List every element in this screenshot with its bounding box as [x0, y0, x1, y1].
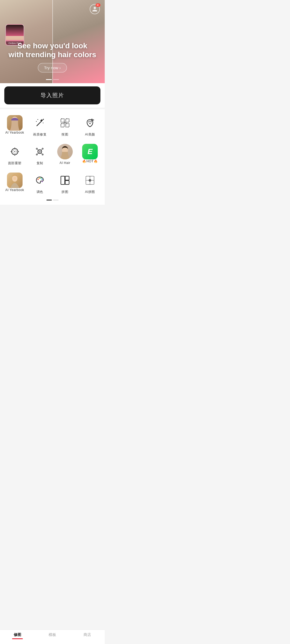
feature-ai-pintu[interactable]: AI AI拼图	[78, 170, 103, 196]
feature-fuzhi[interactable]: 复制	[27, 141, 53, 168]
collage-icon-wrap	[57, 173, 73, 188]
profile-icon-area[interactable]: 9+	[90, 4, 100, 14]
try-now-label: Try now	[44, 65, 58, 70]
svg-point-5	[38, 119, 38, 120]
dot-1[interactable]	[46, 79, 52, 80]
svg-rect-11	[66, 124, 69, 127]
svg-point-7	[43, 123, 44, 123]
bao-tu-label: 抠图	[61, 132, 68, 137]
mianbu-chongsu-label: 面部重塑	[8, 161, 21, 166]
face-reshape-icon	[10, 147, 20, 156]
ai-hair-thumb	[57, 144, 73, 159]
feature-hot[interactable]: E 🔥HOT🔥	[78, 141, 103, 168]
svg-rect-45	[65, 181, 69, 184]
feature-row-1: AI Yearbook 画质修复	[0, 111, 105, 140]
wand-icon-wrap	[32, 115, 48, 131]
wand-icon	[35, 118, 45, 128]
ai-meiliang-label: AI美颜	[85, 132, 95, 137]
feature-row-3: AI Yearbook 调色	[0, 169, 105, 197]
huazhi-xiufu-label: 画质修复	[33, 132, 46, 137]
svg-point-25	[38, 150, 42, 153]
yearbook-2-icon	[7, 173, 23, 188]
svg-point-39	[39, 178, 40, 179]
import-photos-button[interactable]: 导入照片	[4, 86, 100, 104]
svg-point-42	[42, 181, 43, 182]
svg-point-40	[41, 178, 42, 179]
svg-rect-10	[61, 124, 64, 127]
thumb-hair	[6, 25, 24, 36]
try-now-button[interactable]: Try now ›	[38, 63, 67, 72]
svg-point-29	[36, 154, 38, 155]
face-icon-wrap	[7, 144, 23, 159]
grid-dot-2[interactable]	[53, 200, 59, 200]
svg-point-14	[92, 119, 93, 121]
hot-letter: E	[88, 147, 93, 156]
fuzhi-label: 复制	[37, 161, 43, 166]
svg-line-32	[41, 149, 42, 150]
feature-ai-meiliang[interactable]: AI AI美颜	[78, 112, 103, 139]
svg-line-17	[92, 121, 92, 121]
user-icon	[92, 6, 98, 12]
svg-point-26	[39, 151, 41, 152]
bottom-spacer	[0, 205, 105, 226]
feature-grid-container: AI Yearbook 画质修复	[0, 109, 105, 205]
profile-button[interactable]: 9+	[90, 4, 100, 14]
ai-hair-icon	[57, 144, 73, 159]
yearbook-person-icon	[7, 115, 23, 131]
beauty-icon-wrap: AI	[82, 115, 98, 131]
dot-2[interactable]	[53, 79, 59, 80]
hero-banner: Ombre Pink 9+ See how you'd lookwith tre…	[0, 0, 105, 83]
svg-line-31	[38, 149, 38, 150]
hot-icon-wrap: E	[82, 144, 98, 159]
svg-line-16	[92, 119, 92, 119]
arrow-icon: ›	[59, 65, 61, 70]
svg-rect-44	[65, 176, 69, 180]
svg-point-30	[42, 154, 44, 155]
collage-icon	[60, 175, 70, 185]
svg-point-24	[14, 151, 15, 152]
svg-rect-43	[61, 176, 64, 185]
feature-row-2: 面部重塑 复制	[0, 140, 105, 169]
svg-text:AI: AI	[89, 180, 91, 181]
yearbook-thumb-1	[7, 115, 23, 131]
svg-point-28	[42, 148, 44, 149]
yearbook-1-label: AI Yearbook	[5, 131, 24, 134]
palette-icon-wrap	[32, 173, 48, 188]
yearbook-thumb-2	[7, 173, 23, 188]
beauty-icon: AI	[85, 118, 95, 128]
notification-badge: 9+	[96, 3, 100, 7]
svg-line-2	[37, 121, 42, 126]
feature-ai-hair[interactable]: AI Hair	[52, 141, 78, 168]
svg-text:AI: AI	[64, 121, 66, 124]
svg-line-34	[41, 153, 42, 154]
ai-hair-label: AI Hair	[60, 161, 70, 165]
grid-dot-1[interactable]	[46, 200, 52, 200]
svg-point-27	[36, 148, 38, 149]
ai-pintu-label: AI拼图	[85, 190, 95, 194]
feature-bao-tu[interactable]: AI 抠图	[52, 112, 78, 139]
feature-pintu[interactable]: 拼图	[52, 170, 78, 196]
feature-ai-yearbook-2[interactable]: AI Yearbook	[2, 170, 27, 196]
feature-tiaose[interactable]: 调色	[27, 170, 53, 196]
grid-dots	[0, 197, 105, 202]
hero-dots	[0, 79, 105, 80]
ai-collage-icon: AI	[85, 175, 95, 185]
clone-icon	[35, 147, 45, 156]
pintu-label: 拼图	[61, 190, 68, 194]
svg-point-6	[36, 121, 37, 122]
ai-collage-icon-wrap: AI	[82, 173, 98, 188]
feature-ai-yearbook-1[interactable]: AI Yearbook	[2, 112, 27, 139]
cutout-icon: AI	[60, 118, 70, 128]
import-btn-container: 导入照片	[0, 83, 105, 108]
feature-huazhi-xiufu[interactable]: 画质修复	[27, 112, 53, 139]
hot-label: 🔥HOT🔥	[82, 159, 98, 163]
svg-line-33	[38, 153, 38, 154]
svg-point-38	[38, 179, 39, 180]
yearbook-2-label: AI Yearbook	[5, 188, 24, 192]
svg-point-4	[43, 119, 44, 120]
svg-point-37	[13, 177, 16, 180]
feature-mianbu-chongsu[interactable]: 面部重塑	[2, 141, 27, 168]
clone-icon-wrap	[32, 144, 48, 159]
tiaose-label: 调色	[37, 190, 43, 194]
hero-title: See how you'd lookwith trending hair col…	[5, 41, 99, 59]
